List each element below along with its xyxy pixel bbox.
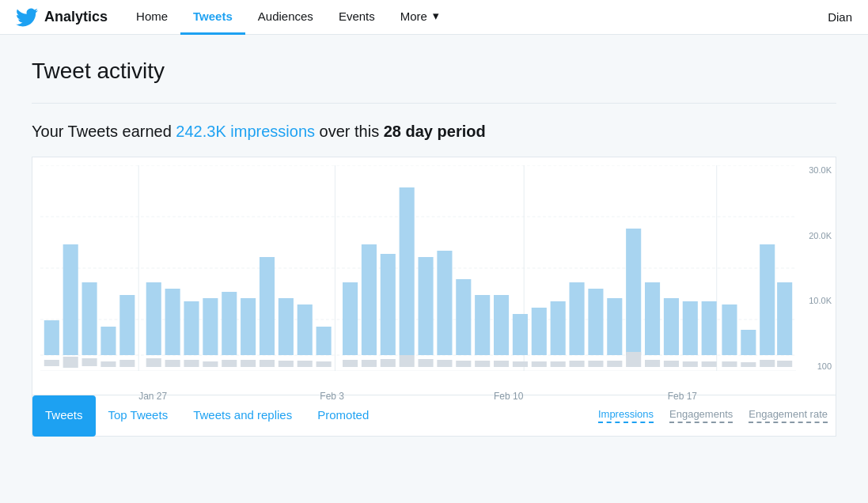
small-bar xyxy=(626,352,641,367)
tab-engagements[interactable]: Engagements xyxy=(669,408,733,423)
x-label-jan27: Jan 27 xyxy=(138,391,167,402)
small-bar xyxy=(664,361,679,367)
small-bar xyxy=(381,359,396,367)
bar xyxy=(203,298,218,355)
small-bar xyxy=(513,361,528,367)
small-bar xyxy=(119,360,135,367)
user-label[interactable]: Dian xyxy=(828,10,852,24)
bar xyxy=(381,254,396,355)
bar xyxy=(475,295,490,355)
tab-engagement-rate[interactable]: Engagement rate xyxy=(749,408,828,423)
y-label-30k: 30.0K xyxy=(809,165,832,175)
small-bar xyxy=(760,360,775,367)
small-bar xyxy=(222,360,237,367)
bar xyxy=(44,320,59,355)
divider xyxy=(32,103,836,104)
bar xyxy=(626,229,641,355)
y-label-20k: 20.0K xyxy=(809,231,832,240)
small-bar xyxy=(722,361,737,367)
logo[interactable]: Analytics xyxy=(16,6,108,28)
page-title: Tweet activity xyxy=(32,59,836,84)
tab-tweets[interactable]: Tweets xyxy=(32,395,96,437)
small-bar xyxy=(702,361,717,367)
bar xyxy=(532,308,547,355)
impressions-prefix: Your Tweets earned xyxy=(32,123,176,140)
twitter-bird-icon xyxy=(16,6,38,28)
small-bar xyxy=(494,361,509,367)
chevron-down-icon: ▾ xyxy=(433,9,439,23)
bar xyxy=(664,298,679,355)
bar xyxy=(741,330,756,355)
small-bar xyxy=(419,359,434,367)
nav-audiences[interactable]: Audiences xyxy=(245,0,326,35)
tab-right-metrics: Impressions Engagements Engagement rate xyxy=(598,408,836,423)
bar xyxy=(298,304,313,355)
x-label-feb10: Feb 10 xyxy=(494,391,523,402)
bar xyxy=(588,289,603,355)
small-bar xyxy=(437,360,452,367)
small-bar xyxy=(241,360,256,367)
small-bar xyxy=(63,357,78,368)
bar xyxy=(456,279,471,355)
small-bar xyxy=(456,361,471,367)
small-bar xyxy=(316,361,332,367)
nav-tweets[interactable]: Tweets xyxy=(180,0,245,35)
tab-tweets-replies[interactable]: Tweets and replies xyxy=(180,395,305,437)
bar xyxy=(184,301,199,355)
bar xyxy=(419,257,434,355)
small-bar xyxy=(203,361,218,367)
bar xyxy=(570,282,585,355)
small-bar xyxy=(532,361,547,367)
impressions-value: 242.3K impressions xyxy=(176,123,315,140)
impressions-summary: Your Tweets earned 242.3K impressions ov… xyxy=(32,123,836,141)
bar xyxy=(437,251,452,355)
header: Analytics Home Tweets Audiences Events M… xyxy=(0,0,868,35)
small-bar xyxy=(607,361,622,367)
bar xyxy=(513,314,528,355)
bar xyxy=(82,282,97,355)
bar xyxy=(100,327,116,355)
bar xyxy=(279,298,294,355)
bar xyxy=(702,301,717,355)
bar xyxy=(146,282,161,355)
bar xyxy=(241,298,256,355)
small-bar xyxy=(551,361,566,367)
small-bar xyxy=(44,360,59,366)
bar xyxy=(222,292,237,355)
page-content: Tweet activity Your Tweets earned 242.3K… xyxy=(0,35,868,503)
small-bar xyxy=(570,361,585,367)
impressions-suffix: over this xyxy=(315,123,384,140)
small-bar xyxy=(475,361,490,367)
chart-inner: 30.0K 20.0K 10.0K 100 Jan 27 Feb 3 Feb 1… xyxy=(32,157,836,395)
bar xyxy=(400,187,415,355)
chart-container: 30.0K 20.0K 10.0K 100 Jan 27 Feb 3 Feb 1… xyxy=(32,157,836,437)
small-bar xyxy=(777,361,792,367)
bar xyxy=(119,295,135,355)
y-label-100: 100 xyxy=(817,361,832,371)
small-bar xyxy=(683,361,698,367)
small-bar xyxy=(279,361,294,367)
bar xyxy=(645,282,660,355)
x-label-feb17: Feb 17 xyxy=(668,391,697,402)
y-label-10k: 10.0K xyxy=(809,296,832,305)
bar xyxy=(607,298,622,355)
bar xyxy=(316,327,332,355)
bar xyxy=(494,295,509,355)
bar xyxy=(362,244,377,355)
chart-svg xyxy=(40,165,796,371)
small-bar xyxy=(400,355,415,367)
small-bar xyxy=(645,360,660,367)
small-bar xyxy=(184,360,199,367)
tab-impressions[interactable]: Impressions xyxy=(598,408,654,423)
main-nav: Home Tweets Audiences Events More ▾ xyxy=(123,0,828,35)
small-bar xyxy=(588,361,603,367)
nav-events[interactable]: Events xyxy=(326,0,388,35)
x-label-feb3: Feb 3 xyxy=(320,391,344,402)
y-axis-labels: 30.0K 20.0K 10.0K 100 xyxy=(809,165,832,371)
bar xyxy=(760,244,775,355)
nav-more[interactable]: More ▾ xyxy=(388,0,452,35)
small-bar xyxy=(260,360,275,367)
impressions-period: 28 day period xyxy=(384,123,486,140)
small-bar xyxy=(165,360,180,367)
nav-home[interactable]: Home xyxy=(123,0,180,35)
